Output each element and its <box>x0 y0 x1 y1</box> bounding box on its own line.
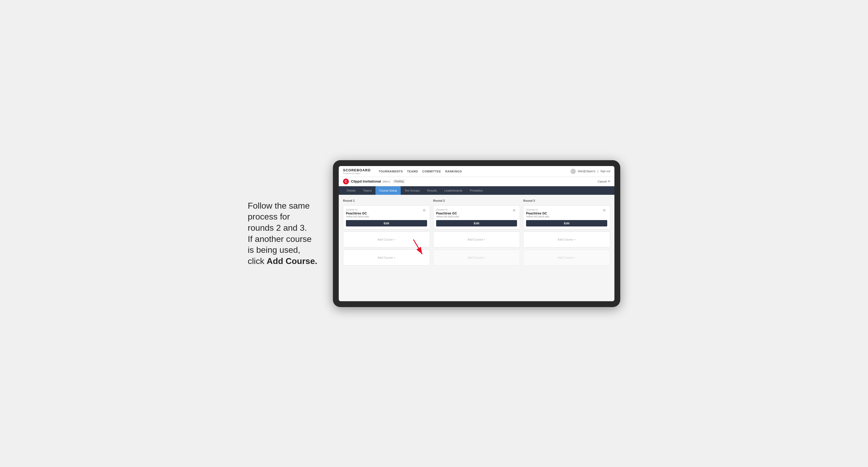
instruction-line4: If another course <box>248 234 312 244</box>
instruction-line3: rounds 2 and 3. <box>248 223 307 232</box>
instruction-line1: Follow the same <box>248 201 310 211</box>
course-name-r2: Peachtree GC <box>436 212 459 215</box>
add-course-label-r1-1: Add Course + <box>378 238 396 241</box>
round-2-column: Round 2 (Course A) Peachtree GC Yellow (… <box>433 199 520 266</box>
course-details-r3: Yellow (M) (6629 yds) <box>526 215 549 218</box>
add-course-btn-r2-1[interactable]: Add Course + <box>433 231 520 247</box>
sub-header: C Clippd Invitational (Men) Hosting Canc… <box>339 177 614 186</box>
top-nav-right: blair@clippd.io | Sign out <box>570 169 610 174</box>
add-course-label-r3-1: Add Course + <box>558 238 576 241</box>
round-2-title: Round 2 <box>433 199 520 202</box>
tablet-screen: SCOREBOARD Powered by clippd TOURNAMENTS… <box>339 166 614 301</box>
add-course-btn-r1-2[interactable]: Add Course + <box>343 250 430 266</box>
tournament-type: (Men) <box>383 180 390 183</box>
round-1-course-card: (Course A) Peachtree GC Yellow (M) (6629… <box>343 206 430 229</box>
edit-course-btn-r3[interactable]: Edit <box>526 220 607 226</box>
course-name-r3: Peachtree GC <box>526 212 549 215</box>
tabs-bar: Details Teams Course Setup Tee Groups Re… <box>339 186 614 195</box>
add-course-btn-r3-1[interactable]: Add Course + <box>523 231 610 247</box>
tablet-frame: SCOREBOARD Powered by clippd TOURNAMENTS… <box>333 160 620 307</box>
cancel-button[interactable]: Cancel ✕ <box>598 180 610 183</box>
round-1-column: Round 1 (Course A) Peachtree GC Yellow (… <box>343 199 430 266</box>
top-nav-links: TOURNAMENTS TEAMS COMMITTEE RANKINGS <box>379 170 565 173</box>
tab-tee-groups[interactable]: Tee Groups <box>401 186 423 195</box>
course-card-header-r3: (Course A) Peachtree GC Yellow (M) (6629… <box>526 208 607 220</box>
user-avatar <box>570 169 576 174</box>
add-course-btn-r3-2[interactable]: Add Course + <box>523 250 610 266</box>
hosting-badge: Hosting <box>393 179 405 183</box>
nav-rankings[interactable]: RANKINGS <box>445 170 462 173</box>
logo-title: SCOREBOARD <box>343 168 371 172</box>
logo-sub: Powered by clippd <box>343 172 371 175</box>
delete-course-icon-r2[interactable]: ⊠ <box>513 208 517 213</box>
course-details-r2: Yellow (M) (6629 yds) <box>436 215 459 218</box>
instruction-bold: Add Course. <box>267 256 317 266</box>
round-1-title: Round 1 <box>343 199 430 202</box>
tab-results[interactable]: Results <box>423 186 441 195</box>
tab-teams[interactable]: Teams <box>360 186 375 195</box>
edit-course-btn-r1[interactable]: Edit <box>346 220 427 226</box>
edit-course-btn-r2[interactable]: Edit <box>436 220 517 226</box>
course-a-label-r3: (Course A) <box>526 208 549 211</box>
close-icon: ✕ <box>608 180 610 183</box>
course-details-r1: Yellow (M) (6629 yds) <box>346 215 369 218</box>
nav-tournaments[interactable]: TOURNAMENTS <box>379 170 403 173</box>
nav-committee[interactable]: COMMITTEE <box>422 170 441 173</box>
sign-out-link[interactable]: Sign out <box>600 170 610 173</box>
round-3-column: Round 3 (Course A) Peachtree GC Yellow (… <box>523 199 610 266</box>
delete-course-icon-r3[interactable]: ⊠ <box>603 208 607 213</box>
add-course-label-r1-2: Add Course + <box>378 256 396 259</box>
course-name-r1: Peachtree GC <box>346 212 369 215</box>
course-a-label-r1: (Course A) <box>346 208 369 211</box>
tab-leaderboards[interactable]: Leaderboards <box>441 186 466 195</box>
tab-course-setup[interactable]: Course Setup <box>375 186 401 195</box>
top-nav: SCOREBOARD Powered by clippd TOURNAMENTS… <box>339 166 614 177</box>
round-2-course-card: (Course A) Peachtree GC Yellow (M) (6629… <box>433 206 520 229</box>
instruction-line6: click <box>248 256 267 266</box>
instruction-panel: Follow the same process for rounds 2 and… <box>248 200 322 267</box>
round-3-course-card: (Course A) Peachtree GC Yellow (M) (6629… <box>523 206 610 229</box>
instruction-line5: is being used, <box>248 245 300 255</box>
scoreboard-logo: SCOREBOARD Powered by clippd <box>343 168 371 175</box>
add-course-label-r2-2: Add Course + <box>468 256 486 259</box>
rounds-grid: Round 1 (Course A) Peachtree GC Yellow (… <box>343 199 610 266</box>
content-area: Round 1 (Course A) Peachtree GC Yellow (… <box>339 195 614 301</box>
course-card-header-r2: (Course A) Peachtree GC Yellow (M) (6629… <box>436 208 517 220</box>
clippd-logo: C <box>343 179 349 184</box>
tab-details[interactable]: Details <box>343 186 360 195</box>
page-wrapper: Follow the same process for rounds 2 and… <box>248 160 620 307</box>
add-course-label-r3-2: Add Course + <box>558 256 576 259</box>
tournament-name: Clippd Invitational <box>351 179 381 183</box>
add-course-btn-r1-1[interactable]: Add Course + <box>343 231 430 247</box>
course-card-header: (Course A) Peachtree GC Yellow (M) (6629… <box>346 208 427 220</box>
tab-printables[interactable]: Printables <box>466 186 487 195</box>
user-email: blair@clippd.io <box>578 170 595 173</box>
instruction-line2: process for <box>248 212 290 221</box>
add-course-btn-r2-2[interactable]: Add Course + <box>433 250 520 266</box>
course-a-label-r2: (Course A) <box>436 208 459 211</box>
round-3-title: Round 3 <box>523 199 610 202</box>
nav-teams[interactable]: TEAMS <box>407 170 418 173</box>
add-course-label-r2-1: Add Course + <box>468 238 486 241</box>
nav-separator: | <box>598 170 598 173</box>
delete-course-icon-r1[interactable]: ⊠ <box>423 208 427 213</box>
